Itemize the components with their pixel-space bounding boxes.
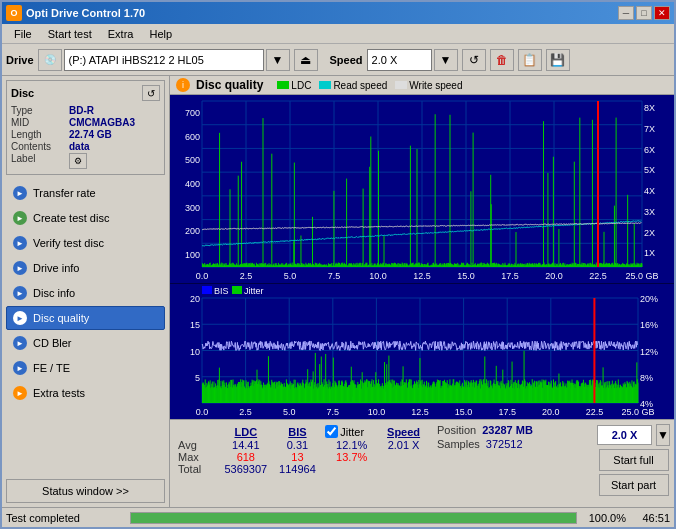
disc-type-value: BD-R [69,105,94,116]
refresh-button[interactable]: ↺ [462,49,486,71]
stats-content: LDC BIS Jitter Speed [170,420,674,507]
disc-type-row: Type BD-R [11,105,160,116]
position-value: 23287 MB [482,424,533,436]
sidebar-item-disc-quality[interactable]: ► Disc quality [6,306,165,330]
create-test-disc-icon: ► [13,211,27,225]
position-row: Position 23287 MB [437,424,589,436]
disc-contents-row: Contents data [11,141,160,152]
nav-buttons: ► Transfer rate ► Create test disc ► Ver… [6,181,165,405]
speed-row: 2.0 X ▼ [597,424,670,446]
samples-label: Samples [437,438,480,450]
minimize-button[interactable]: ─ [618,6,634,20]
legend-read-speed-color [319,81,331,89]
drive-select[interactable]: (P:) ATAPI iHBS212 2 HL05 [64,49,264,71]
ldc-header: LDC [218,424,274,439]
disc-panel-title: Disc [11,87,34,99]
transfer-rate-icon: ► [13,186,27,200]
legend-read-speed: Read speed [319,80,387,91]
menu-bar: File Start test Extra Help [2,24,674,44]
save-button[interactable]: 💾 [546,49,570,71]
disc-mid-label: MID [11,117,69,128]
sidebar-item-verify-test-disc[interactable]: ► Verify test disc [6,231,165,255]
menu-help[interactable]: Help [141,27,180,41]
main-window: O Opti Drive Control 1.70 ─ □ ✕ File Sta… [0,0,676,529]
speed-label: Speed [330,54,363,66]
disc-quality-icon: ► [13,311,27,325]
status-percent: 100.0% [581,512,626,524]
sidebar-item-extra-tests[interactable]: ► Extra tests [6,381,165,405]
main-panel: i Disc quality LDC Read speed Write spee… [170,76,674,507]
upper-chart-canvas [170,95,674,283]
speed-select[interactable]: 2.0 X [367,49,432,71]
sidebar-item-create-test-disc[interactable]: ► Create test disc [6,206,165,230]
disc-quality-title: Disc quality [196,78,263,92]
menu-start-test[interactable]: Start test [40,27,100,41]
disc-label-row: Label ⚙ [11,153,160,169]
maximize-button[interactable]: □ [636,6,652,20]
jitter-checkbox-label[interactable]: Jitter [325,425,378,438]
disc-length-row: Length 22.74 GB [11,129,160,140]
lower-chart [170,284,674,419]
action-buttons: 2.0 X ▼ Start full Start part [593,420,674,507]
drive-icon: 💿 [38,49,62,71]
right-stats: Position 23287 MB Samples 372512 [433,420,593,507]
disc-type-label: Type [11,105,69,116]
stats-table: LDC BIS Jitter Speed [178,424,425,475]
app-icon: O [6,5,22,21]
drive-dropdown-btn[interactable]: ▼ [266,49,290,71]
sidebar-item-disc-info[interactable]: ► Disc info [6,281,165,305]
window-title: Opti Drive Control 1.70 [26,7,145,19]
avg-jitter: 12.1% [321,439,382,451]
speed-select-dropdown[interactable]: ▼ [656,424,670,446]
total-label: Total [178,463,218,475]
progress-bar-fill [131,513,576,523]
max-bis: 13 [274,451,322,463]
drive-info-icon: ► [13,261,27,275]
sidebar-item-fe-te[interactable]: ► FE / TE [6,356,165,380]
title-controls: ─ □ ✕ [618,6,670,20]
sidebar-item-transfer-rate[interactable]: ► Transfer rate [6,181,165,205]
disc-mid-row: MID CMCMAGBA3 [11,117,160,128]
copy-button[interactable]: 📋 [518,49,542,71]
status-text: Test completed [6,512,126,524]
disc-refresh-button[interactable]: ↺ [142,85,160,101]
samples-row: Samples 372512 [437,438,589,450]
erase-button[interactable]: 🗑 [490,49,514,71]
max-label: Max [178,451,218,463]
menu-file[interactable]: File [6,27,40,41]
stats-panel: LDC BIS Jitter Speed [170,419,674,507]
legend-ldc: LDC [277,80,311,91]
legend-ldc-color [277,81,289,89]
avg-bis: 0.31 [274,439,322,451]
jitter-checkbox[interactable] [325,425,338,438]
progress-bar-container [130,512,577,524]
disc-info-icon: ► [13,286,27,300]
status-bar: Test completed 100.0% 46:51 [2,507,674,527]
disc-label-button[interactable]: ⚙ [69,153,87,169]
position-label: Position [437,424,476,436]
max-ldc: 618 [218,451,274,463]
chart-legend: LDC Read speed Write speed [277,80,462,91]
lower-chart-canvas [170,284,674,419]
speed-display: 2.0 X [597,425,652,445]
title-bar: O Opti Drive Control 1.70 ─ □ ✕ [2,2,674,24]
disc-label-label: Label [11,153,69,169]
start-part-button[interactable]: Start part [599,474,669,496]
sidebar-item-cd-bler[interactable]: ► CD Bler [6,331,165,355]
legend-write-speed-color [395,81,407,89]
speed-dropdown-btn[interactable]: ▼ [434,49,458,71]
close-button[interactable]: ✕ [654,6,670,20]
menu-extra[interactable]: Extra [100,27,142,41]
sidebar-item-drive-info[interactable]: ► Drive info [6,256,165,280]
avg-label: Avg [178,439,218,451]
disc-contents-label: Contents [11,141,69,152]
start-full-button[interactable]: Start full [599,449,669,471]
disc-length-label: Length [11,129,69,140]
legend-write-speed: Write speed [395,80,462,91]
speed-header: Speed [382,424,425,439]
disc-info-panel: Disc ↺ Type BD-R MID CMCMAGBA3 Length 22… [6,80,165,175]
avg-speed: 2.01 X [382,439,425,451]
upper-chart [170,95,674,284]
status-window-button[interactable]: Status window >> [6,479,165,503]
eject-button[interactable]: ⏏ [294,49,318,71]
